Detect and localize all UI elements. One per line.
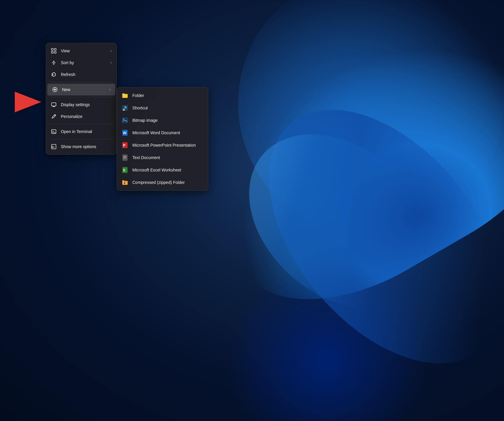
refresh-icon [51,72,57,77]
menu-item-refresh[interactable]: Refresh [46,69,116,80]
shortcut-icon [122,105,128,111]
submenu-ppt-label: Microsoft PowerPoint Presentation [132,143,196,148]
svg-point-19 [123,119,124,120]
submenu-excel-label: Microsoft Excel Worksheet [132,168,181,172]
svg-text:W: W [123,131,127,135]
divider-2 [50,97,113,97]
submenu-word-label: Microsoft Word Document [132,130,180,135]
menu-item-view-label: View [61,48,106,53]
red-arrow [15,92,41,112]
svg-line-11 [54,115,55,116]
menu-item-refresh-label: Refresh [61,72,112,77]
menu-item-view[interactable]: View › [46,45,116,57]
submenu-item-shortcut[interactable]: Shortcut [117,102,208,114]
context-menu: View › Sort by › Refresh [46,43,117,155]
svg-text:P: P [123,143,126,148]
text-icon [122,154,128,161]
svg-rect-18 [122,118,128,123]
bitmap-icon [122,117,128,124]
menu-item-new[interactable]: New › [47,84,115,95]
svg-rect-24 [123,155,127,161]
submenu-item-ppt[interactable]: P Microsoft PowerPoint Presentation [117,139,208,151]
divider-3 [50,124,113,124]
menu-item-more-options-label: Show more options [61,144,112,149]
submenu-bitmap-label: Bitmap image [132,118,158,123]
menu-item-personalize[interactable]: Personalize [46,111,116,122]
svg-rect-2 [51,51,53,53]
divider-4 [50,139,113,139]
submenu-item-excel[interactable]: X Microsoft Excel Worksheet [117,164,208,176]
svg-rect-0 [51,48,53,50]
submenu-shortcut-label: Shortcut [132,106,148,110]
submenu-item-folder[interactable]: Folder [117,89,208,102]
sort-chevron: › [110,61,112,65]
menu-item-new-label: New [62,87,105,92]
new-icon [52,87,58,93]
menu-item-terminal-label: Open in Terminal [61,129,112,134]
svg-rect-1 [54,48,56,50]
menu-item-sort-label: Sort by [61,60,106,65]
menu-item-terminal[interactable]: Open in Terminal [46,126,116,137]
divider-1 [50,82,113,82]
menu-item-more-options[interactable]: Show more options [46,141,116,153]
excel-icon: X [122,167,128,173]
svg-rect-31 [124,183,125,184]
new-chevron: › [109,88,110,92]
submenu-zip-label: Compressed (zipped) Folder [132,180,185,185]
view-chevron: › [110,49,112,53]
menu-item-personalize-label: Personalize [61,114,112,119]
more-icon [51,144,57,150]
svg-rect-8 [52,103,56,106]
folder-icon [122,92,128,99]
ppt-icon: P [122,142,128,148]
svg-rect-3 [54,51,56,53]
svg-text:X: X [123,168,126,172]
view-icon [51,48,57,54]
submenu-folder-label: Folder [132,93,144,98]
menu-item-display[interactable]: Display settings [46,99,116,111]
svg-rect-17 [123,109,125,111]
submenu-item-zip[interactable]: Compressed (zipped) Folder [117,176,208,189]
word-icon: W [122,129,128,136]
sort-icon [51,60,57,66]
submenu-text-label: Text Document [132,155,160,160]
display-icon [51,102,57,108]
submenu-new: Folder Shortcut Bitmap image W [117,87,208,191]
menu-item-display-label: Display settings [61,102,112,107]
terminal-icon [51,129,57,135]
zip-icon [122,179,128,186]
personalize-icon [51,114,57,119]
submenu-item-bitmap[interactable]: Bitmap image [117,114,208,127]
submenu-item-word[interactable]: W Microsoft Word Document [117,127,208,139]
menu-item-sort[interactable]: Sort by › [46,57,116,69]
submenu-item-text[interactable]: Text Document [117,151,208,164]
